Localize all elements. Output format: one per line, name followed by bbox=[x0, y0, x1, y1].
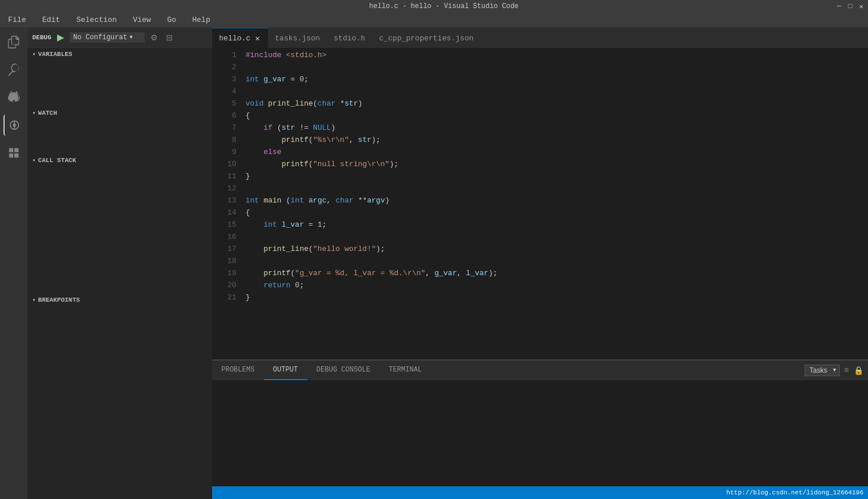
menu-file[interactable]: File bbox=[5, 14, 29, 25]
code-editor[interactable]: 123456789101112131415161718192021 #inclu… bbox=[212, 48, 868, 359]
code-line-8: printf("%s\r\n", str); bbox=[246, 134, 868, 146]
menu-view[interactable]: View bbox=[130, 14, 154, 25]
panel-tabs-right: Tasks ≡ 🔒 bbox=[805, 365, 868, 376]
menu-edit[interactable]: Edit bbox=[39, 14, 63, 25]
tasks-select[interactable]: Tasks bbox=[805, 365, 840, 376]
panel-tab-terminal[interactable]: TERMINAL bbox=[379, 361, 431, 380]
sidebar: DEBUG ▶ No Configurat ▼ ⚙ ⊟ ▾ VARIABLES … bbox=[28, 27, 212, 499]
tasks-select-wrapper: Tasks bbox=[805, 365, 840, 376]
statusbar: http://blog.csdn.net/lidong_12664196 bbox=[212, 486, 868, 499]
svg-point-2 bbox=[13, 123, 16, 127]
panel-tab-problems-label: PROBLEMS bbox=[221, 366, 255, 374]
menu-go[interactable]: Go bbox=[164, 14, 180, 25]
menu-selection[interactable]: Selection bbox=[73, 14, 120, 25]
panel-tab-terminal-label: TERMINAL bbox=[388, 366, 422, 374]
tab-label-stdio-h: stdio.h bbox=[334, 34, 365, 43]
tab-label-tasks-json: tasks.json bbox=[275, 34, 320, 43]
panel-content bbox=[212, 380, 868, 486]
code-line-15: int l_var = 1; bbox=[246, 219, 868, 231]
panel-tabs-row: PROBLEMS OUTPUT DEBUG CONSOLE TERMINAL bbox=[212, 360, 868, 380]
activitybar bbox=[0, 27, 28, 499]
debug-toolbar: DEBUG ▶ No Configurat ▼ ⚙ ⊟ bbox=[28, 27, 212, 48]
watch-section: ▾ WATCH bbox=[28, 107, 212, 154]
panel-tab-debug-console[interactable]: DEBUG CONSOLE bbox=[307, 361, 380, 380]
tab-label-hello-c: hello.c bbox=[219, 34, 251, 43]
watch-content bbox=[28, 119, 212, 154]
minimize-button[interactable]: ─ bbox=[837, 2, 841, 11]
panel-tab-output-label: OUTPUT bbox=[273, 366, 298, 374]
code-line-10: printf("null string\r\n"); bbox=[246, 158, 868, 170]
tab-tasks-json[interactable]: tasks.json bbox=[268, 28, 327, 48]
variables-label: VARIABLES bbox=[38, 51, 72, 58]
search-icon[interactable] bbox=[3, 59, 24, 80]
tab-c-cpp-props[interactable]: c_cpp_properties.json bbox=[372, 28, 481, 48]
code-line-16 bbox=[246, 231, 868, 243]
editor-area: hello.c ✕ tasks.json stdio.h c_cpp_prope… bbox=[212, 27, 868, 499]
panel-tab-debug-console-label: DEBUG CONSOLE bbox=[316, 366, 371, 374]
titlebar-title: hello.c - hello - Visual Studio Code bbox=[369, 2, 519, 10]
close-button[interactable]: ✕ bbox=[859, 2, 863, 11]
breakpoints-section: ▾ BREAKPOINTS bbox=[28, 294, 212, 318]
menu-help[interactable]: Help bbox=[188, 14, 213, 25]
debug-play-button[interactable]: ▶ bbox=[55, 31, 66, 44]
variables-content bbox=[28, 61, 212, 107]
callstack-section: ▾ CALL STACK bbox=[28, 154, 212, 294]
code-line-18 bbox=[246, 255, 868, 267]
code-line-3: int g_var = 0; bbox=[246, 73, 868, 85]
tab-stdio-h[interactable]: stdio.h bbox=[327, 28, 372, 48]
tab-label-c-cpp-props: c_cpp_properties.json bbox=[379, 34, 474, 43]
source-control-icon[interactable] bbox=[3, 87, 24, 108]
variables-header[interactable]: ▾ VARIABLES bbox=[28, 48, 212, 61]
watch-arrow: ▾ bbox=[32, 110, 36, 117]
code-line-20: return 0; bbox=[246, 279, 868, 291]
debug-split-button[interactable]: ⊟ bbox=[164, 32, 175, 43]
callstack-arrow: ▾ bbox=[32, 157, 36, 164]
debug-icon[interactable] bbox=[3, 115, 24, 136]
code-line-6: { bbox=[246, 110, 868, 122]
debug-config-wrapper: No Configurat ▼ bbox=[70, 32, 145, 43]
editor-tabs: hello.c ✕ tasks.json stdio.h c_cpp_prope… bbox=[212, 27, 868, 48]
code-line-14: { bbox=[246, 207, 868, 219]
code-line-1: #include <stdio.h> bbox=[246, 49, 868, 61]
code-line-17: print_line("hello world!"); bbox=[246, 243, 868, 255]
variables-section: ▾ VARIABLES bbox=[28, 48, 212, 107]
code-line-7: if (str != NULL) bbox=[246, 122, 868, 134]
panel-tab-output[interactable]: OUTPUT bbox=[264, 361, 307, 380]
code-line-9: else bbox=[246, 146, 868, 158]
code-line-5: void print_line(char *str) bbox=[246, 97, 868, 110]
tab-hello-c[interactable]: hello.c ✕ bbox=[212, 28, 268, 48]
clear-output-icon[interactable]: ≡ bbox=[844, 366, 849, 375]
maximize-button[interactable]: □ bbox=[848, 2, 852, 11]
code-line-13: int main (int argc, char **argv) bbox=[246, 194, 868, 207]
code-content[interactable]: #include <stdio.h> int g_var = 0; void p… bbox=[241, 48, 868, 359]
main-layout: DEBUG ▶ No Configurat ▼ ⚙ ⊟ ▾ VARIABLES … bbox=[0, 27, 868, 499]
debug-label: DEBUG bbox=[32, 34, 51, 41]
code-line-11: } bbox=[246, 170, 868, 182]
bottom-panel: PROBLEMS OUTPUT DEBUG CONSOLE TERMINAL bbox=[212, 359, 868, 486]
menubar: File Edit Selection View Go Help bbox=[0, 13, 868, 27]
debug-config-text: No Configurat bbox=[73, 33, 127, 42]
explorer-icon[interactable] bbox=[3, 32, 24, 52]
panel-tab-problems[interactable]: PROBLEMS bbox=[212, 361, 264, 380]
code-line-2 bbox=[246, 61, 868, 73]
breakpoints-content bbox=[28, 306, 212, 318]
code-line-21: } bbox=[246, 291, 868, 303]
statusbar-url: http://blog.csdn.net/lidong_12664196 bbox=[726, 489, 863, 496]
callstack-label: CALL STACK bbox=[38, 157, 76, 164]
watch-header[interactable]: ▾ WATCH bbox=[28, 107, 212, 119]
breakpoints-arrow: ▾ bbox=[32, 297, 36, 303]
line-numbers: 123456789101112131415161718192021 bbox=[212, 48, 241, 359]
extensions-icon[interactable] bbox=[3, 142, 24, 163]
panel-tabs-left: PROBLEMS OUTPUT DEBUG CONSOLE TERMINAL bbox=[212, 361, 431, 380]
callstack-header[interactable]: ▾ CALL STACK bbox=[28, 154, 212, 167]
breakpoints-header[interactable]: ▾ BREAKPOINTS bbox=[28, 294, 212, 306]
titlebar: hello.c - hello - Visual Studio Code ─ □… bbox=[0, 0, 868, 13]
breakpoints-label: BREAKPOINTS bbox=[38, 297, 80, 303]
debug-settings-button[interactable]: ⚙ bbox=[148, 32, 160, 43]
watch-label: WATCH bbox=[38, 110, 57, 117]
callstack-content bbox=[28, 167, 212, 294]
tab-close-hello-c[interactable]: ✕ bbox=[254, 33, 261, 43]
debug-config-arrow: ▼ bbox=[130, 35, 133, 40]
lock-icon[interactable]: 🔒 bbox=[854, 366, 863, 376]
window-controls: ─ □ ✕ bbox=[837, 2, 863, 11]
